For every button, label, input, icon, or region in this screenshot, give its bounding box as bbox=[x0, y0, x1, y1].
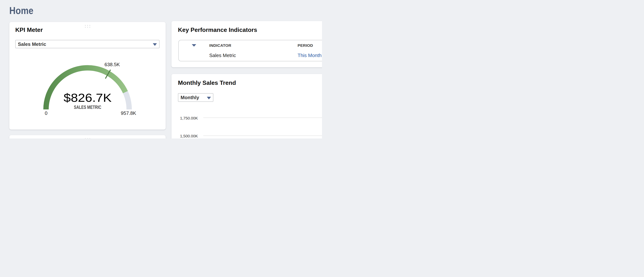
svg-text:1,500.00K: 1,500.00K bbox=[180, 134, 198, 138]
svg-text:SALES METRIC: SALES METRIC bbox=[74, 104, 101, 110]
svg-text:957.8K: 957.8K bbox=[121, 110, 136, 116]
svg-text:$826.7K: $826.7K bbox=[64, 91, 112, 104]
svg-text:1,750.00K: 1,750.00K bbox=[180, 116, 198, 120]
svg-text:638.5K: 638.5K bbox=[104, 62, 120, 67]
svg-text:0: 0 bbox=[45, 110, 47, 116]
